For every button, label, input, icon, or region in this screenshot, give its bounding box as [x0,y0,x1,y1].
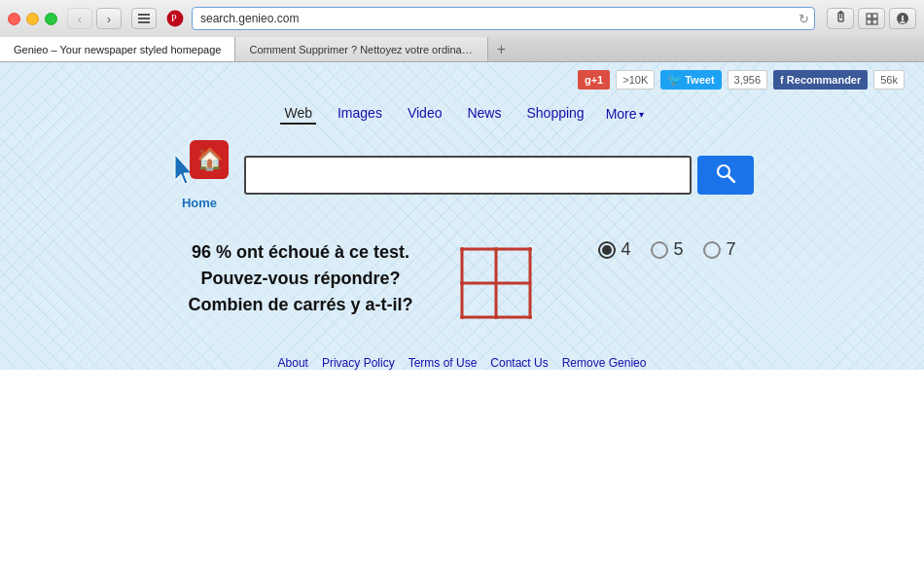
share-button[interactable] [827,8,854,29]
svg-point-35 [494,315,498,319]
tweet-button[interactable]: 🐦 Tweet [660,70,721,90]
nav-buttons: ‹ › [67,8,122,29]
forward-button[interactable]: › [96,8,122,29]
svg-line-17 [729,176,734,182]
radio-options: 4 5 7 [598,239,736,260]
show-all-tabs-button[interactable] [131,8,157,29]
new-tab-button[interactable]: + [488,37,514,61]
footer-about[interactable]: About [278,356,308,370]
reload-icon[interactable]: ↻ [799,12,809,26]
svg-point-36 [528,315,532,319]
ad-text: 96 % ont échoué à ce test. Pouvez-vous r… [188,239,412,318]
nav-web[interactable]: Web [280,103,316,125]
radio-4-label: 4 [622,239,631,260]
house-icon: 🏠 [190,140,229,179]
gplus-button[interactable]: g+1 [578,70,610,90]
radio-option-4[interactable]: 4 [598,239,631,260]
svg-rect-9 [867,19,871,24]
svg-text:P: P [171,13,177,23]
footer-links: About Privacy Policy Terms of Use Contac… [0,356,924,370]
footer-privacy[interactable]: Privacy Policy [322,356,395,370]
nav-images[interactable]: Images [334,103,386,125]
ad-line2: Pouvez-vous répondre? [188,266,412,292]
ad-line1: 96 % ont échoué à ce test. [188,239,412,266]
radio-option-7[interactable]: 7 [703,239,736,260]
footer-terms[interactable]: Terms of Use [409,356,478,370]
search-input[interactable] [244,156,692,195]
svg-rect-10 [872,19,877,24]
home-icon-wrap[interactable]: 🏠 Home [170,140,229,210]
social-bar: g+1 >10K 🐦 Tweet 3,956 f Recommander 56k [0,62,924,90]
search-button[interactable] [697,156,754,195]
svg-point-30 [460,247,464,251]
radio-5-circle [651,241,668,259]
nav-video[interactable]: Video [404,103,446,125]
address-bar[interactable]: search.genieo.com [192,7,815,30]
traffic-lights [8,13,57,25]
puzzle-image [452,239,540,327]
footer-remove[interactable]: Remove Genieo [562,356,647,370]
nav-more[interactable]: More ▾ [606,103,644,125]
nav-news[interactable]: News [463,103,505,125]
gplus-count: >10K [616,70,655,90]
home-icon-img: 🏠 [170,140,229,194]
back-button[interactable]: ‹ [67,8,92,29]
fb-recommend-button[interactable]: f Recommander [773,70,868,90]
tab-2-title: Comment Supprimer ? Nettoyez votre ordin… [249,44,474,55]
nav-shopping[interactable]: Shopping [522,103,587,125]
tweet-count: 3,956 [728,70,768,90]
svg-rect-0 [138,14,150,16]
svg-rect-1 [138,18,150,19]
ad-line3: Combien de carrés y a-t-il? [188,292,412,318]
window-ctrl-button[interactable] [858,8,885,29]
tab-1[interactable]: Genieo – Your newspaper styled homepage [0,37,235,61]
footer-contact[interactable]: Contact Us [490,356,548,370]
radio-option-5[interactable]: 5 [651,239,684,260]
chevron-down-icon: ▾ [639,109,644,120]
more-label: More [606,106,637,122]
tab-2[interactable]: Comment Supprimer ? Nettoyez votre ordin… [235,37,488,61]
svg-point-31 [494,247,498,251]
matchstick-svg [452,239,540,327]
bird-icon: 🐦 [667,73,682,87]
radio-7-circle [703,241,721,259]
search-box-area: 🏠 Home [0,140,924,210]
home-label: Home [182,196,217,210]
svg-rect-2 [138,21,150,23]
pinterest-icon: P [164,8,186,29]
radio-4-circle [598,241,616,259]
tweet-label: Tweet [685,74,714,86]
svg-point-32 [528,247,532,251]
title-bar: ‹ › P search.genieo.com ↻ [0,0,924,37]
radio-7-label: 7 [727,239,736,260]
svg-rect-8 [872,14,877,18]
fb-count: 56k [873,70,905,90]
fb-label: f Recommander [780,74,861,86]
minimize-light[interactable] [26,13,39,25]
search-icon [716,163,735,188]
svg-point-33 [460,281,464,285]
browser-chrome: ‹ › P search.genieo.com ↻ Genieo – Your … [0,0,924,62]
svg-point-34 [460,315,464,319]
tab-1-title: Genieo – Your newspaper styled homepage [14,44,221,55]
gplus-label: g+1 [585,74,603,86]
page-content: g+1 >10K 🐦 Tweet 3,956 f Recommander 56k… [0,62,924,370]
tabs-bar: Genieo – Your newspaper styled homepage … [0,37,924,62]
address-bar-wrap: search.genieo.com ↻ [192,7,815,30]
download-button[interactable] [889,8,916,29]
svg-rect-7 [867,14,871,18]
radio-5-label: 5 [674,239,684,260]
maximize-light[interactable] [45,13,57,25]
close-light[interactable] [8,13,20,25]
search-nav: Web Images Video News Shopping More ▾ [0,97,924,130]
content-area: 96 % ont échoué à ce test. Pouvez-vous r… [0,239,924,327]
